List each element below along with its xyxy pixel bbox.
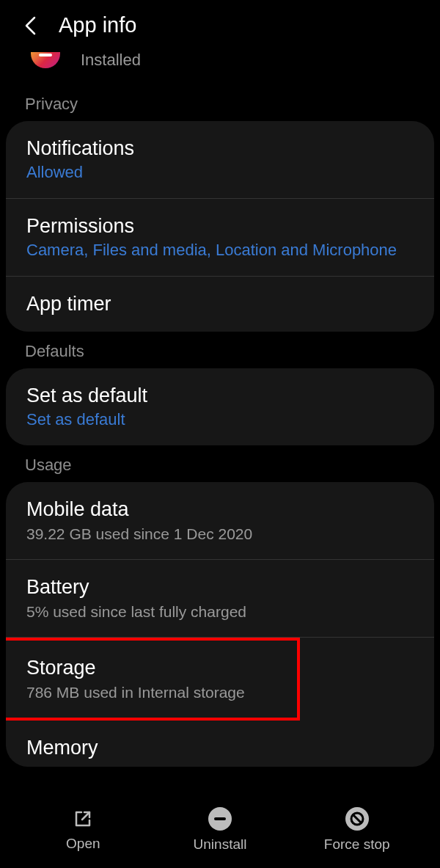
permissions-title: Permissions <box>26 215 414 238</box>
page-title: App info <box>59 13 136 37</box>
battery-item[interactable]: Battery 5% used since last fully charged <box>6 560 434 638</box>
notifications-sub: Allowed <box>26 163 414 182</box>
notifications-title: Notifications <box>26 137 414 160</box>
battery-sub: 5% used since last fully charged <box>26 603 414 621</box>
storage-title: Storage <box>26 657 276 679</box>
app-install-status: Installed <box>81 51 141 70</box>
instagram-icon <box>31 52 60 68</box>
defaults-card: Set as default Set as default <box>6 368 434 445</box>
back-icon[interactable] <box>21 15 41 36</box>
header: App info <box>0 0 440 51</box>
battery-title: Battery <box>26 576 414 599</box>
app-status-row: Installed <box>0 51 440 84</box>
section-label-usage: Usage <box>0 445 440 482</box>
privacy-card: Notifications Allowed Permissions Camera… <box>6 121 434 332</box>
force-stop-button[interactable]: Force stop <box>288 807 425 853</box>
usage-card: Mobile data 39.22 GB used since 1 Dec 20… <box>6 482 434 767</box>
open-icon <box>72 808 94 830</box>
memory-title: Memory <box>26 737 414 759</box>
permissions-sub: Camera, Files and media, Location and Mi… <box>26 241 414 260</box>
mobile-data-title: Mobile data <box>26 498 414 521</box>
prohibit-icon <box>345 807 369 831</box>
section-label-defaults: Defaults <box>0 332 440 368</box>
uninstall-label: Uninstall <box>194 836 247 853</box>
storage-sub: 786 MB used in Internal storage <box>26 684 276 701</box>
permissions-item[interactable]: Permissions Camera, Files and media, Loc… <box>6 199 434 277</box>
section-label-privacy: Privacy <box>0 84 440 121</box>
set-as-default-title: Set as default <box>26 384 414 407</box>
open-button[interactable]: Open <box>15 808 152 852</box>
app-timer-item[interactable]: App timer <box>6 277 434 332</box>
mobile-data-sub: 39.22 GB used since 1 Dec 2020 <box>26 525 414 543</box>
mobile-data-item[interactable]: Mobile data 39.22 GB used since 1 Dec 20… <box>6 482 434 560</box>
memory-item[interactable]: Memory <box>6 721 434 767</box>
app-timer-title: App timer <box>26 293 414 316</box>
minus-circle-icon <box>208 807 232 831</box>
set-as-default-sub: Set as default <box>26 410 414 429</box>
set-as-default-item[interactable]: Set as default Set as default <box>6 368 434 445</box>
force-stop-label: Force stop <box>324 836 390 853</box>
bottom-bar: Open Uninstall Force stop <box>0 798 440 868</box>
open-label: Open <box>66 836 100 852</box>
svg-rect-0 <box>214 817 226 820</box>
notifications-item[interactable]: Notifications Allowed <box>6 121 434 199</box>
svg-line-2 <box>353 815 361 823</box>
uninstall-button[interactable]: Uninstall <box>152 807 289 853</box>
storage-item[interactable]: Storage 786 MB used in Internal storage <box>6 638 300 721</box>
